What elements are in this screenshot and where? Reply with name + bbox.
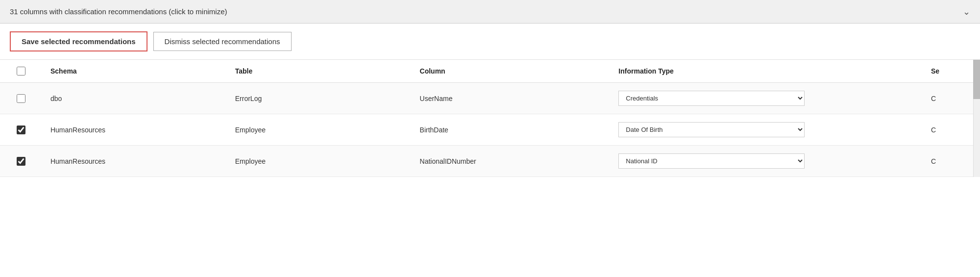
header-checkbox-cell: [0, 60, 43, 83]
recommendations-table: Schema Table Column Information Type Se …: [0, 60, 980, 177]
row-0-schema: dbo: [43, 83, 227, 114]
row-2-table: Employee: [227, 146, 412, 177]
scrollbar-thumb[interactable]: [973, 60, 980, 99]
row-1-information-type-select[interactable]: CredentialsDate Of BirthNational IDFinan…: [618, 122, 805, 137]
dismiss-selected-button[interactable]: Dismiss selected recommendations: [153, 32, 292, 51]
row-0-information-type-cell: CredentialsDate Of BirthNational IDFinan…: [611, 83, 923, 114]
row-checkbox-cell: [0, 83, 43, 114]
recommendations-table-container: Schema Table Column Information Type Se …: [0, 60, 980, 177]
row-2-column: NationalIDNumber: [412, 146, 611, 177]
scrollbar-track[interactable]: [973, 60, 980, 177]
header-information-type: Information Type: [611, 60, 923, 83]
save-selected-button[interactable]: Save selected recommendations: [10, 31, 147, 51]
row-checkbox-cell: [0, 114, 43, 146]
table-header-row: Schema Table Column Information Type Se: [0, 60, 980, 83]
row-1-column: BirthDate: [412, 114, 611, 146]
row-2-information-type-select[interactable]: CredentialsDate Of BirthNational IDFinan…: [618, 153, 805, 169]
toolbar: Save selected recommendations Dismiss se…: [0, 24, 980, 60]
table-row: HumanResourcesEmployeeNationalIDNumberCr…: [0, 146, 980, 177]
row-2-sensitivity: C: [923, 146, 980, 177]
table-row: dboErrorLogUserNameCredentialsDate Of Bi…: [0, 83, 980, 114]
row-1-table: Employee: [227, 114, 412, 146]
header-schema: Schema: [43, 60, 227, 83]
row-0-sensitivity: C: [923, 83, 980, 114]
header-table: Table: [227, 60, 412, 83]
classification-banner[interactable]: 31 columns with classification recommend…: [0, 0, 980, 24]
row-0-information-type-select[interactable]: CredentialsDate Of BirthNational IDFinan…: [618, 91, 805, 106]
row-1-sensitivity: C: [923, 114, 980, 146]
row-2-information-type-cell: CredentialsDate Of BirthNational IDFinan…: [611, 146, 923, 177]
row-1-checkbox[interactable]: [17, 126, 25, 134]
row-0-column: UserName: [412, 83, 611, 114]
row-0-table: ErrorLog: [227, 83, 412, 114]
row-1-information-type-cell: CredentialsDate Of BirthNational IDFinan…: [611, 114, 923, 146]
row-0-checkbox[interactable]: [17, 94, 25, 103]
header-sensitivity: Se: [923, 60, 980, 83]
minimize-chevron-icon[interactable]: ⌄: [963, 6, 970, 17]
row-2-checkbox[interactable]: [17, 157, 25, 166]
row-1-schema: HumanResources: [43, 114, 227, 146]
row-2-schema: HumanResources: [43, 146, 227, 177]
header-column: Column: [412, 60, 611, 83]
banner-text: 31 columns with classification recommend…: [10, 7, 227, 16]
table-row: HumanResourcesEmployeeBirthDateCredentia…: [0, 114, 980, 146]
select-all-checkbox[interactable]: [17, 67, 25, 76]
row-checkbox-cell: [0, 146, 43, 177]
